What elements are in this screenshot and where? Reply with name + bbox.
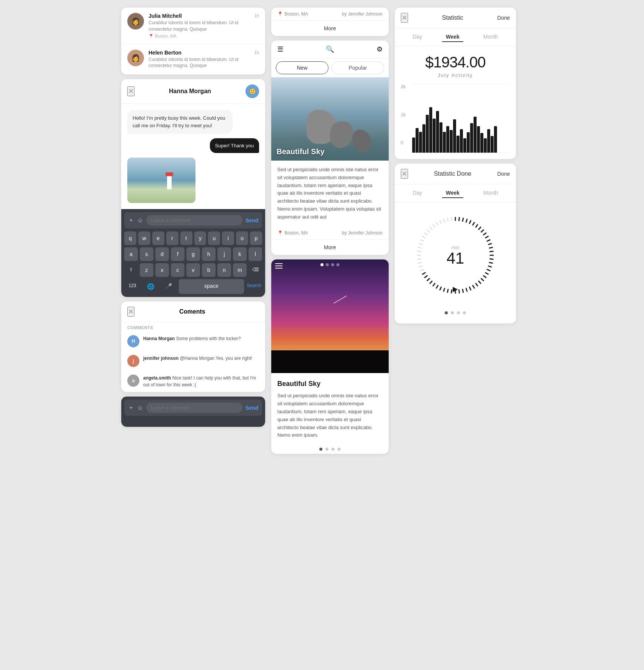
bottom-add-icon[interactable]: ＋ — [128, 404, 134, 412]
comments-card: ✕ Coments COMMENTS H Hanna Morgan Some p… — [121, 301, 265, 392]
key-m[interactable]: m — [233, 263, 247, 277]
key-search[interactable]: Search — [246, 279, 262, 294]
key-space[interactable]: space — [179, 279, 244, 294]
dial-center: min 41 — [447, 245, 464, 266]
stat-tab-month[interactable]: Month — [480, 32, 502, 42]
keyboard-row-3: ⇧ z x c v b n m ⌫ — [124, 263, 262, 277]
key-h[interactable]: h — [202, 247, 216, 261]
key-a[interactable]: a — [124, 247, 138, 261]
chat-close-button[interactable]: ✕ — [127, 86, 134, 96]
bar-17 — [467, 132, 470, 153]
key-c[interactable]: c — [171, 263, 184, 277]
key-k[interactable]: k — [233, 247, 247, 261]
stat-bottom-done-button[interactable]: Done — [497, 171, 510, 177]
keyboard-rows: q w e r t y u i o p a s d — [124, 231, 262, 294]
key-g[interactable]: g — [186, 247, 200, 261]
search-icon[interactable]: 🔍 — [326, 45, 334, 53]
filter-icon[interactable]: ⚙ — [377, 45, 383, 53]
key-n[interactable]: n — [217, 263, 231, 277]
sky-dots-top — [320, 263, 339, 266]
location-icon-article: 📍 — [277, 230, 283, 236]
svg-line-13 — [486, 236, 488, 238]
comment-input[interactable] — [146, 215, 242, 225]
helen-avatar: 👩 — [127, 50, 144, 66]
key-123[interactable]: 123 — [124, 279, 141, 294]
stat-close-button[interactable]: ✕ — [401, 13, 408, 23]
key-x[interactable]: x — [155, 263, 169, 277]
key-l[interactable]: l — [249, 247, 262, 261]
hanna-comment-text: Hanna Morgan Some problems with the lock… — [143, 335, 241, 342]
emoji-icon[interactable]: ☺ — [137, 217, 143, 224]
column-3: ✕ Statistic Done Day Week Month $1934.00… — [395, 8, 516, 454]
keyboard-section: ＋ ☺ Send q w e r t y u i o — [121, 209, 265, 297]
comments-section-label: COMMENTS — [121, 322, 265, 331]
svg-line-31 — [463, 289, 463, 292]
stat-bottom-title: Statistic Done — [434, 170, 471, 177]
key-v[interactable]: v — [186, 263, 200, 277]
stat-bottom-tab-month[interactable]: Month — [480, 188, 502, 198]
article-tabs: New Popular — [271, 58, 389, 77]
key-b[interactable]: b — [202, 263, 216, 277]
menu-icon[interactable]: ☰ — [277, 45, 283, 53]
key-q[interactable]: q — [124, 231, 136, 245]
tab-popular[interactable]: Popular — [331, 61, 384, 74]
key-j[interactable]: j — [217, 247, 231, 261]
message-item-helen[interactable]: 👩 Helen Berton 1h Curabitur lobortis id … — [121, 44, 265, 75]
rock-2 — [330, 122, 353, 148]
message-item-julia[interactable]: 👩 Julia Mitchell 1h Curabitur lobortis i… — [121, 8, 265, 44]
tab-new[interactable]: New — [276, 61, 328, 74]
lighthouse-tower — [167, 176, 172, 189]
stat-bottom-close-button[interactable]: ✕ — [401, 169, 408, 179]
key-z[interactable]: z — [140, 263, 153, 277]
key-o[interactable]: o — [236, 231, 248, 245]
stat-done-button[interactable]: Done — [497, 15, 510, 21]
top-more-button[interactable]: More — [271, 20, 389, 36]
lighthouse-image — [127, 158, 195, 203]
key-r[interactable]: r — [166, 231, 178, 245]
svg-line-9 — [476, 225, 478, 227]
sky-dots-bottom — [271, 445, 389, 454]
stat-bottom-tab-week[interactable]: Week — [442, 188, 463, 198]
bottom-dot-2 — [325, 448, 328, 451]
key-d[interactable]: d — [155, 247, 169, 261]
key-e[interactable]: e — [152, 231, 164, 245]
bar-15 — [460, 129, 463, 153]
keyboard-toolbar: ＋ ☺ Send — [124, 212, 262, 228]
key-backspace[interactable]: ⌫ — [249, 263, 262, 277]
sky-silhouette — [271, 350, 389, 373]
svg-line-43 — [422, 273, 425, 274]
key-u[interactable]: u — [208, 231, 220, 245]
key-i[interactable]: i — [222, 231, 234, 245]
bottom-comment-input[interactable] — [146, 403, 242, 413]
stat-tab-week[interactable]: Week — [442, 32, 463, 42]
key-s[interactable]: s — [140, 247, 153, 261]
article-more-button[interactable]: More — [271, 239, 389, 255]
sky-menu-icon[interactable] — [275, 263, 283, 270]
svg-line-34 — [452, 290, 452, 293]
add-icon[interactable]: ＋ — [128, 216, 134, 224]
svg-line-36 — [444, 288, 444, 291]
bottom-emoji-icon[interactable]: ☺ — [137, 404, 143, 411]
comments-close-button[interactable]: ✕ — [127, 307, 134, 317]
key-f[interactable]: f — [171, 247, 184, 261]
key-p[interactable]: p — [250, 231, 262, 245]
send-button[interactable]: Send — [245, 217, 258, 223]
dot-active — [320, 263, 324, 266]
jennifer-comment-text: jennifer johnson @Hanna Morgan Yes, you … — [143, 355, 252, 362]
key-y[interactable]: y — [194, 231, 206, 245]
key-globe[interactable]: 🌐 — [142, 279, 159, 294]
key-w[interactable]: w — [138, 231, 150, 245]
julia-text: Curabitur lobortis id lorem id bibendum.… — [148, 20, 259, 33]
stat-bottom-tab-day[interactable]: Day — [409, 188, 426, 198]
svg-line-17 — [490, 251, 493, 252]
bar-chart — [412, 107, 510, 153]
bar-9 — [439, 122, 442, 153]
bottom-send-button[interactable]: Send — [245, 405, 258, 411]
svg-line-52 — [421, 240, 424, 241]
key-shift[interactable]: ⇧ — [124, 263, 138, 277]
stat-tab-day[interactable]: Day — [409, 32, 426, 42]
key-mic[interactable]: 🎤 — [161, 279, 177, 294]
key-t[interactable]: t — [180, 231, 192, 245]
chat-header: ✕ Hanna Morgan 🙂 — [121, 79, 265, 104]
bar-5 — [426, 115, 429, 153]
